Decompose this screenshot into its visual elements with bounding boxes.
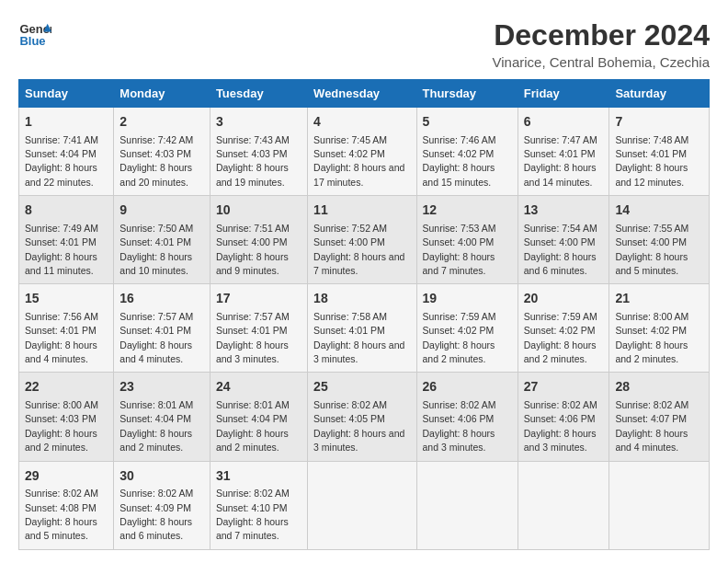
- sunset-text: Sunset: 4:03 PM: [25, 413, 97, 424]
- sunset-text: Sunset: 4:00 PM: [423, 236, 495, 247]
- calendar-cell: [518, 461, 609, 549]
- daylight-text: Daylight: 8 hours and 6 minutes.: [119, 516, 192, 541]
- calendar-week-row: 8 Sunrise: 7:49 AM Sunset: 4:01 PM Dayli…: [19, 196, 710, 284]
- day-number: 19: [423, 290, 512, 308]
- sunset-text: Sunset: 4:01 PM: [25, 325, 97, 336]
- calendar-cell: 23 Sunrise: 8:01 AM Sunset: 4:04 PM Dayl…: [114, 373, 210, 461]
- day-number: 30: [119, 467, 204, 486]
- day-number: 1: [25, 113, 108, 132]
- calendar-cell: 17 Sunrise: 7:57 AM Sunset: 4:01 PM Dayl…: [210, 284, 307, 373]
- daylight-text: Daylight: 8 hours and 20 minutes.: [119, 162, 192, 187]
- sunset-text: Sunset: 4:00 PM: [313, 236, 385, 247]
- sunrise-text: Sunrise: 8:02 AM: [423, 399, 496, 410]
- calendar-cell: 19 Sunrise: 7:59 AM Sunset: 4:02 PM Dayl…: [416, 284, 518, 373]
- calendar-cell: [308, 461, 416, 549]
- sunset-text: Sunset: 4:01 PM: [524, 148, 596, 159]
- day-number: 7: [615, 113, 703, 132]
- daylight-text: Daylight: 8 hours and 4 minutes.: [25, 339, 97, 364]
- sunset-text: Sunset: 4:02 PM: [423, 148, 495, 159]
- daylight-text: Daylight: 8 hours and 7 minutes.: [216, 516, 289, 541]
- day-number: 5: [423, 113, 512, 132]
- day-number: 11: [313, 201, 410, 220]
- calendar-cell: 11 Sunrise: 7:52 AM Sunset: 4:00 PM Dayl…: [308, 196, 416, 284]
- sunset-text: Sunset: 4:09 PM: [119, 502, 191, 513]
- day-number: 23: [119, 378, 204, 396]
- daylight-text: Daylight: 8 hours and 3 minutes.: [313, 428, 404, 453]
- sunset-text: Sunset: 4:01 PM: [25, 236, 97, 247]
- sunrise-text: Sunrise: 8:01 AM: [216, 399, 290, 410]
- sunrise-text: Sunrise: 7:42 AM: [119, 134, 193, 145]
- sunrise-text: Sunrise: 8:00 AM: [25, 399, 98, 410]
- daylight-text: Daylight: 8 hours and 14 minutes.: [524, 162, 597, 187]
- sunrise-text: Sunrise: 7:55 AM: [615, 223, 688, 234]
- calendar-cell: 20 Sunrise: 7:59 AM Sunset: 4:02 PM Dayl…: [518, 284, 609, 373]
- day-number: 20: [524, 290, 604, 308]
- daylight-text: Daylight: 8 hours and 3 minutes.: [216, 339, 289, 364]
- sunset-text: Sunset: 4:05 PM: [313, 413, 385, 424]
- day-number: 17: [216, 290, 301, 308]
- sunrise-text: Sunrise: 8:02 AM: [25, 488, 98, 499]
- calendar-cell: 9 Sunrise: 7:50 AM Sunset: 4:01 PM Dayli…: [114, 196, 210, 284]
- calendar-cell: 16 Sunrise: 7:57 AM Sunset: 4:01 PM Dayl…: [114, 284, 210, 373]
- sunrise-text: Sunrise: 8:00 AM: [615, 311, 688, 322]
- calendar-cell: 10 Sunrise: 7:51 AM Sunset: 4:00 PM Dayl…: [210, 196, 307, 284]
- calendar-cell: 31 Sunrise: 8:02 AM Sunset: 4:10 PM Dayl…: [210, 461, 307, 549]
- sunset-text: Sunset: 4:03 PM: [119, 148, 191, 159]
- calendar-week-row: 15 Sunrise: 7:56 AM Sunset: 4:01 PM Dayl…: [19, 284, 710, 373]
- calendar-cell: 30 Sunrise: 8:02 AM Sunset: 4:09 PM Dayl…: [114, 461, 210, 549]
- sunset-text: Sunset: 4:04 PM: [216, 413, 288, 424]
- calendar-cell: 8 Sunrise: 7:49 AM Sunset: 4:01 PM Dayli…: [19, 196, 114, 284]
- daylight-text: Daylight: 8 hours and 10 minutes.: [119, 251, 192, 276]
- sunset-text: Sunset: 4:02 PM: [423, 325, 495, 336]
- logo: General Blue General Blue: [18, 18, 51, 52]
- daylight-text: Daylight: 8 hours and 15 minutes.: [423, 162, 495, 187]
- calendar-cell: 21 Sunrise: 8:00 AM Sunset: 4:02 PM Dayl…: [609, 284, 710, 373]
- day-number: 31: [216, 467, 301, 486]
- sunrise-text: Sunrise: 7:52 AM: [313, 223, 387, 234]
- day-number: 26: [423, 378, 512, 396]
- sunset-text: Sunset: 4:00 PM: [524, 236, 596, 247]
- calendar-table: SundayMondayTuesdayWednesdayThursdayFrid…: [18, 79, 710, 550]
- day-number: 4: [313, 113, 410, 132]
- calendar-cell: 14 Sunrise: 7:55 AM Sunset: 4:00 PM Dayl…: [609, 196, 710, 284]
- day-number: 8: [25, 201, 108, 220]
- sunrise-text: Sunrise: 7:49 AM: [25, 223, 98, 234]
- sunset-text: Sunset: 4:01 PM: [119, 325, 191, 336]
- calendar-week-row: 29 Sunrise: 8:02 AM Sunset: 4:08 PM Dayl…: [19, 461, 710, 549]
- day-number: 9: [119, 201, 204, 220]
- day-number: 18: [313, 290, 410, 308]
- sunset-text: Sunset: 4:00 PM: [216, 236, 288, 247]
- sunset-text: Sunset: 4:10 PM: [216, 502, 288, 513]
- column-header-sunday: Sunday: [19, 80, 114, 108]
- day-number: 16: [119, 290, 204, 308]
- daylight-text: Daylight: 8 hours and 12 minutes.: [615, 162, 688, 187]
- sunset-text: Sunset: 4:06 PM: [524, 413, 596, 424]
- day-number: 15: [25, 290, 108, 308]
- day-number: 22: [25, 378, 108, 396]
- sunrise-text: Sunrise: 7:59 AM: [423, 311, 496, 322]
- calendar-cell: 12 Sunrise: 7:53 AM Sunset: 4:00 PM Dayl…: [416, 196, 518, 284]
- sunrise-text: Sunrise: 7:57 AM: [216, 311, 290, 322]
- sunset-text: Sunset: 4:07 PM: [615, 413, 687, 424]
- daylight-text: Daylight: 8 hours and 3 minutes.: [524, 428, 597, 453]
- day-number: 3: [216, 113, 301, 132]
- sunrise-text: Sunrise: 7:46 AM: [423, 134, 496, 145]
- page-title: December 2024: [492, 18, 710, 52]
- sunrise-text: Sunrise: 8:02 AM: [119, 488, 193, 499]
- calendar-cell: 7 Sunrise: 7:48 AM Sunset: 4:01 PM Dayli…: [609, 108, 710, 196]
- calendar-cell: 5 Sunrise: 7:46 AM Sunset: 4:02 PM Dayli…: [416, 108, 518, 196]
- title-area: December 2024 Vinarice, Central Bohemia,…: [492, 18, 710, 70]
- day-number: 27: [524, 378, 604, 396]
- sunset-text: Sunset: 4:04 PM: [119, 413, 191, 424]
- calendar-cell: 15 Sunrise: 7:56 AM Sunset: 4:01 PM Dayl…: [19, 284, 114, 373]
- svg-text:Blue: Blue: [19, 34, 45, 48]
- sunset-text: Sunset: 4:04 PM: [25, 148, 97, 159]
- daylight-text: Daylight: 8 hours and 5 minutes.: [615, 251, 688, 276]
- day-number: 6: [524, 113, 604, 132]
- sunrise-text: Sunrise: 7:51 AM: [216, 223, 290, 234]
- calendar-header-row: SundayMondayTuesdayWednesdayThursdayFrid…: [19, 80, 710, 108]
- day-number: 14: [615, 201, 703, 220]
- sunrise-text: Sunrise: 7:43 AM: [216, 134, 290, 145]
- daylight-text: Daylight: 8 hours and 7 minutes.: [423, 251, 495, 276]
- calendar-cell: 24 Sunrise: 8:01 AM Sunset: 4:04 PM Dayl…: [210, 373, 307, 461]
